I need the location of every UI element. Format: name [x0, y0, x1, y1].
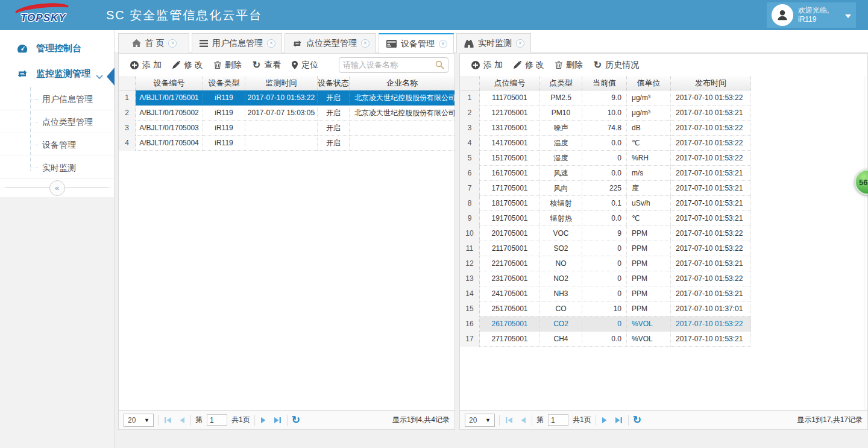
table-row[interactable]: 10201705001VOC9PPM2017-07-10 01:53:22 — [460, 226, 751, 241]
table-row[interactable]: 13231705001NO20PPM2017-07-10 01:53:22 — [460, 271, 751, 286]
cell: 0.1 — [582, 196, 627, 211]
toolbar-button-添加[interactable]: 添 加 — [125, 57, 167, 73]
search-icon[interactable] — [435, 60, 444, 69]
table-row[interactable]: 9191705001辐射热0.0℃2017-07-10 01:53:21 — [460, 211, 751, 226]
first-page-button[interactable] — [504, 417, 515, 424]
table-row[interactable]: 12221705001NO0PPM2017-07-10 01:53:21 — [460, 256, 751, 271]
cell: 0 — [582, 317, 627, 332]
reload-icon[interactable]: ↻ — [292, 415, 300, 425]
table-row[interactable]: 8181705001核辐射0.1uSv/h2017-07-10 01:53:21 — [460, 196, 751, 211]
tab-close-icon[interactable]: × — [439, 40, 447, 48]
cell: PPM — [627, 301, 671, 317]
last-page-button[interactable] — [613, 417, 624, 424]
prev-page-button[interactable] — [178, 417, 186, 424]
table-row[interactable]: 14241705001NH30PPM2017-07-10 01:53:21 — [460, 286, 751, 301]
page-number-input[interactable] — [207, 414, 227, 426]
column-header[interactable]: 发布时间 — [671, 76, 751, 90]
first-page-button[interactable] — [163, 417, 174, 424]
table-row[interactable]: 3131705001噪声74.8dB2017-07-10 01:53:22 — [460, 121, 751, 136]
cell: 161705001 — [480, 166, 540, 181]
page-size-select[interactable]: 20 ▼ — [465, 414, 495, 427]
cell: 181705001 — [480, 196, 540, 211]
tab-close-icon[interactable]: × — [168, 39, 177, 48]
toolbar-button-添加[interactable]: 添 加 — [466, 57, 508, 73]
last-page-button[interactable] — [272, 417, 283, 424]
cell: A/BJLT/0/1705004 — [136, 136, 203, 151]
table-row[interactable]: 2121705001PM1010.0μg/m³2017-07-10 01:53:… — [460, 106, 751, 121]
tab-2[interactable]: 点位类型管理× — [285, 33, 376, 53]
page-number-input[interactable] — [548, 414, 568, 426]
sidebar-subitem-1[interactable]: 点位类型管理 — [0, 110, 114, 133]
tab-close-icon[interactable]: × — [361, 39, 370, 48]
sidebar-subitem-0[interactable]: 用户信息管理 — [0, 87, 114, 110]
toolbar-button-label: 添 加 — [483, 60, 503, 71]
column-header[interactable]: 设备编号 — [136, 76, 203, 90]
cell: 211705001 — [480, 241, 540, 256]
user-menu[interactable]: 欢迎光临, iR119 — [767, 2, 856, 28]
table-row[interactable]: 11211705001SO20PPM2017-07-10 01:53:22 — [460, 241, 751, 256]
toolbar-button-删除[interactable]: 删除 — [550, 57, 588, 73]
tab-0[interactable]: 首 页× — [118, 33, 189, 53]
table-row[interactable]: 1A/BJLT/0/1705001iR1192017-07-10 01:53:2… — [119, 90, 454, 106]
logo-text: TOPSKY — [20, 12, 66, 24]
page-size-value: 20 — [128, 416, 136, 424]
table-row[interactable]: 1111705001PM2.59.0μg/m³2017-07-10 01:53:… — [460, 90, 751, 106]
toolbar-button-历史情况[interactable]: ↻历史情况 — [588, 57, 644, 73]
toolbar-button-label: 历史情况 — [605, 60, 639, 71]
tab-close-icon[interactable]: × — [267, 39, 275, 48]
table-row[interactable]: 4141705001温度0.0℃2017-07-10 01:53:22 — [460, 136, 751, 151]
cell: 开启 — [318, 136, 350, 151]
column-header[interactable]: 当前值 — [582, 76, 627, 90]
cell — [350, 136, 454, 151]
divider — [287, 415, 288, 426]
cell: dB — [627, 121, 671, 136]
table-row[interactable]: 4A/BJLT/0/1705004iR119开启 — [119, 136, 454, 151]
table-row[interactable]: 7171705001风向225度2017-07-10 01:53:21 — [460, 181, 751, 196]
scrollbar-track[interactable] — [864, 76, 867, 410]
reload-icon[interactable]: ↻ — [633, 415, 641, 425]
page-size-select[interactable]: 20 ▼ — [124, 414, 154, 427]
table-row[interactable]: 5151705001湿度0%RH2017-07-10 01:53:22 — [460, 151, 751, 166]
tab-3[interactable]: 设备管理× — [379, 33, 454, 53]
column-header[interactable]: 监测时间 — [245, 76, 318, 90]
table-row[interactable]: 3A/BJLT/0/1705003iR119开启 — [119, 121, 454, 136]
row-number-cell: 13 — [460, 271, 480, 286]
refresh-icon: ↻ — [594, 61, 602, 69]
column-header[interactable]: 设备类型 — [203, 76, 245, 90]
table-row[interactable]: 15251705001CO10PPM2017-07-10 01:37:01 — [460, 301, 751, 317]
toolbar-button-定位[interactable]: 定位 — [286, 57, 324, 73]
tab-close-icon[interactable]: × — [516, 39, 524, 48]
tab-4[interactable]: 实时监测× — [456, 33, 531, 53]
sidebar-item-monitoring-group[interactable]: 监控监测管理 — [0, 60, 114, 87]
toolbar-button-查看[interactable]: ↻查看 — [247, 57, 286, 73]
cell: 开启 — [318, 106, 350, 121]
column-header[interactable]: 设备状态 — [318, 76, 350, 90]
prev-page-button[interactable] — [519, 417, 527, 424]
column-header[interactable]: 点类型 — [540, 76, 582, 90]
next-page-button[interactable] — [259, 417, 268, 424]
cell: 2017-07-10 01:53:22 — [671, 121, 751, 136]
tab-1[interactable]: 用户信息管理× — [192, 33, 282, 53]
table-row[interactable]: 16261705001CO20%VOL2017-07-10 01:53:22 — [460, 317, 751, 332]
sidebar-subitem-3[interactable]: 实时监测 — [0, 156, 114, 179]
toolbar-button-修改[interactable]: 修 改 — [508, 57, 550, 73]
column-header[interactable]: 企业名称 — [350, 76, 454, 90]
table-row[interactable]: 17271705001CH40.0%VOL2017-07-10 01:53:21 — [460, 332, 751, 347]
sidebar-item-console[interactable]: 管理控制台 — [0, 36, 114, 60]
toolbar-button-删除[interactable]: 删除 — [209, 57, 247, 73]
sidebar-collapse-button[interactable]: « — [49, 180, 65, 196]
column-header[interactable]: 点位编号 — [480, 76, 540, 90]
cell: 2017-07-10 01:53:22 — [671, 151, 751, 166]
column-header[interactable]: 值单位 — [627, 76, 671, 90]
sidebar-subitem-2[interactable]: 设备管理 — [0, 133, 114, 156]
device-search-input[interactable] — [343, 60, 435, 69]
sidebar-empty-area — [0, 197, 114, 448]
sidebar: 管理控制台 监控监测管理 用户信息管理点位类型管理设备管理实时监测 « — [0, 30, 115, 448]
toolbar-button-修改[interactable]: 修 改 — [167, 57, 209, 73]
table-row[interactable]: 2A/BJLT/0/1705002iR1192017-07-07 15:03:0… — [119, 106, 454, 121]
table-row[interactable]: 6161705001风速0.0m/s2017-07-10 01:53:21 — [460, 166, 751, 181]
cell: μg/m³ — [627, 90, 671, 106]
next-page-button[interactable] — [600, 417, 609, 424]
cell: 风向 — [540, 181, 582, 196]
cell: 201705001 — [480, 226, 540, 241]
